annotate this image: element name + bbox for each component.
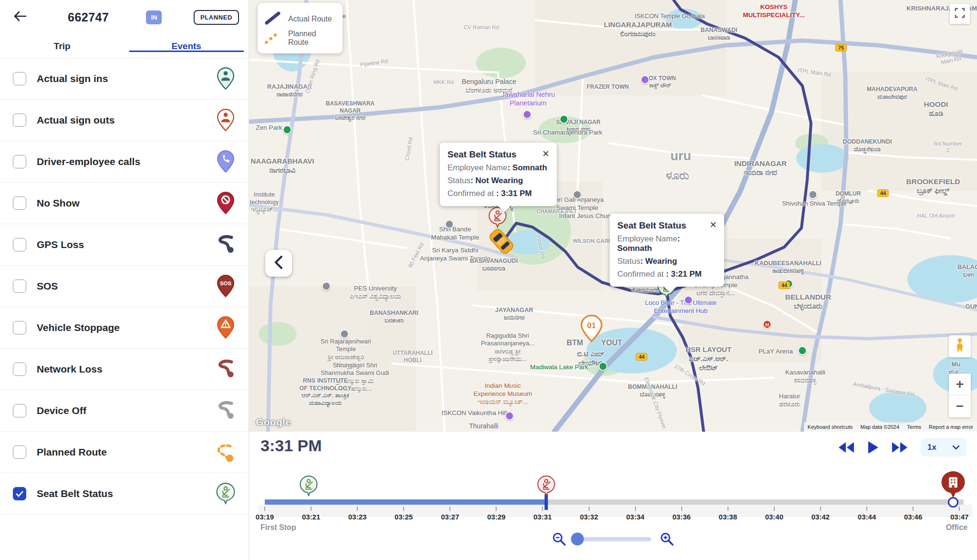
event-filter-planned-route[interactable]: Planned Route (0, 432, 249, 473)
tick-mark (449, 507, 450, 511)
popup-field-confirmed: Confirmed at : 3:21 PM (617, 270, 717, 279)
event-filter-label: Device Off (37, 405, 86, 416)
seatbelt-red-pin-timeline-marker[interactable] (537, 476, 555, 498)
seatbelt-green-pin-timeline-marker[interactable] (300, 476, 318, 498)
gps-loss-route-icon (213, 234, 235, 256)
map-poi-icon (573, 190, 582, 199)
tab-bar: Trip Events (0, 34, 249, 58)
checkbox[interactable] (13, 446, 26, 459)
trip-tracking-app: 662747 IN PLANNED Trip Events Actual sig… (0, 0, 977, 560)
attribution-link[interactable]: Report a map error (929, 424, 973, 430)
tick-mark (635, 507, 636, 511)
event-filter-device-off[interactable]: Device Off (0, 390, 249, 432)
map-poi-icon (798, 346, 807, 355)
event-filter-actual-sign-outs[interactable]: Actual sign outs (0, 100, 249, 141)
timeline-track[interactable] (265, 499, 964, 505)
road-shield-badge: 75 (835, 44, 847, 52)
map-poi-icon (599, 362, 608, 371)
checkbox[interactable] (13, 363, 26, 376)
map-area[interactable]: ISKCON temple Bangalore ಇಸ್ಕಾನ್ ಶ್ರೀ ರಾಧ… (249, 0, 977, 432)
active-tab-underline (129, 51, 244, 52)
checkbox[interactable] (13, 404, 26, 417)
back-button[interactable] (10, 7, 31, 28)
tab-trip[interactable]: Trip (0, 34, 125, 58)
event-filter-network-loss[interactable]: Network Loss (0, 349, 249, 390)
checkbox[interactable] (13, 321, 26, 334)
event-filter-sos[interactable]: SOSSOS (0, 266, 249, 307)
checkbox[interactable] (13, 238, 26, 251)
map-zoom-control: + − (949, 373, 971, 417)
event-filter-actual-sign-ins[interactable]: Actual sign ins (0, 58, 249, 100)
checkbox[interactable] (13, 72, 26, 85)
checkbox[interactable] (13, 487, 26, 500)
tick-label: 03:23 (348, 513, 366, 521)
event-filter-seat-belt-status[interactable]: Seat Belt Status (0, 473, 249, 515)
chevron-down-icon (952, 443, 960, 452)
event-filter-no-show[interactable]: No Show (0, 183, 249, 224)
svg-text:01: 01 (587, 321, 596, 330)
tick-label: 03:27 (441, 513, 459, 521)
event-filter-vehicle-stoppage[interactable]: Vehicle Stoppage (0, 307, 249, 349)
popup-field-employee: Employee Name: Somnath (447, 163, 549, 173)
attribution-link[interactable]: Keyboard shortcuts (808, 424, 853, 430)
zoom-slider-handle[interactable] (571, 533, 584, 546)
map-zoom-out-button[interactable]: − (949, 395, 971, 417)
tick-mark (728, 507, 728, 511)
vehicle-stoppage-pin-icon (216, 316, 235, 339)
tick-label: 03:32 (580, 513, 598, 521)
tick-mark (357, 507, 358, 511)
tick-mark (264, 507, 265, 511)
tick-mark (959, 507, 960, 511)
collapse-sidebar-button[interactable] (265, 250, 292, 277)
rewind-button[interactable] (838, 441, 855, 454)
tab-events[interactable]: Events (125, 34, 249, 58)
fast-forward-button[interactable] (891, 441, 908, 454)
attribution-link[interactable]: Terms (907, 424, 921, 430)
tick-label: 03:40 (765, 513, 783, 521)
playback-speed-select[interactable]: 1x (921, 438, 967, 456)
checkbox[interactable] (13, 280, 26, 293)
checkbox[interactable] (13, 155, 26, 168)
zoom-out-magnifier-icon[interactable] (552, 532, 566, 546)
legend-planned-route-row: Planned Route (264, 29, 336, 48)
fullscreen-button[interactable] (950, 4, 970, 24)
zoom-slider-track[interactable] (575, 537, 651, 541)
pegman-button[interactable] (949, 335, 971, 357)
map-poi-icon (445, 220, 454, 229)
seatbelt-pin-icon (216, 483, 235, 505)
trip-id: 662747 (68, 10, 109, 24)
current-time-display: 3:31 PM (260, 436, 322, 455)
attribution-link[interactable]: Map data ©2024 (861, 424, 900, 430)
tick-label: 03:29 (487, 513, 505, 521)
play-button[interactable] (867, 441, 879, 454)
legend-actual-route-row: Actual Route (264, 10, 336, 29)
no-show-pin-icon (216, 192, 235, 215)
legend-planned-route-label: Planned Route (288, 30, 336, 47)
tick-label: 03:36 (673, 513, 691, 521)
event-filter-gps-loss[interactable]: GPS Loss (0, 224, 249, 266)
tick-mark (774, 507, 775, 511)
event-filter-label: SOS (37, 280, 58, 292)
car-marker[interactable] (491, 227, 512, 258)
map-poi-icon (641, 75, 650, 84)
event-filter-driver-employee-calls[interactable]: Driver-employee calls (0, 141, 249, 183)
popup-title: Seat Belt Status (447, 149, 517, 160)
timeline-end-handle[interactable] (948, 497, 958, 508)
checkbox[interactable] (13, 197, 26, 210)
event-filter-label: Actual sign outs (37, 114, 114, 126)
zoom-in-magnifier-icon[interactable] (660, 532, 674, 546)
map-poi-icon (560, 115, 569, 124)
tick-label: 03:21 (302, 513, 320, 521)
map-poi-icon (283, 125, 292, 135)
tick-mark (913, 507, 914, 511)
map-zoom-in-button[interactable]: + (949, 373, 971, 395)
checkbox[interactable] (13, 114, 26, 127)
close-icon[interactable]: × (534, 149, 549, 158)
popup-field-status: Status: Not Wearing (447, 176, 549, 186)
office-timeline-marker[interactable] (941, 471, 965, 500)
close-icon[interactable]: × (701, 220, 717, 229)
end-point-label: Office (946, 523, 967, 532)
map-poi-icon (523, 110, 532, 119)
stop-01-pin-marker[interactable]: 01 (581, 315, 603, 344)
map-poi-icon: H (763, 320, 772, 329)
